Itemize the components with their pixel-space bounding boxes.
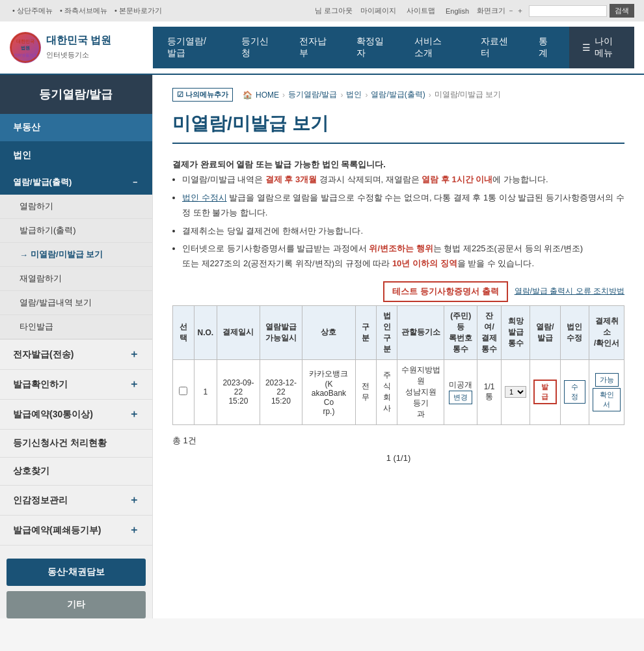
breadcrumb-home[interactable]: HOME — [256, 90, 279, 100]
search-button[interactable]: 검색 — [610, 4, 634, 18]
skip-content[interactable]: • 본문바로가기 — [114, 7, 162, 14]
sidebar-item-real-estate[interactable]: 부동산 — [0, 114, 152, 142]
sidebar-item-corporation[interactable]: 법인 — [0, 142, 152, 170]
td-no: 1 — [194, 359, 217, 424]
sidebar-section-reserve-closed-header[interactable]: 발급예약(폐쇄등기부) ＋ — [0, 516, 152, 545]
issue-button[interactable]: 발급 — [533, 380, 557, 404]
minus-collapse-icon: － — [131, 176, 139, 188]
minus-icon[interactable]: － — [507, 6, 515, 16]
sidebar-section-confirm-header[interactable]: 발급확인하기 ＋ — [0, 370, 152, 399]
td-company: 카카오뱅크 (KakaoBank Corp.) — [302, 359, 355, 424]
td-available-date: 2023-12-2215:20 — [260, 359, 302, 424]
th-select: 선택 — [173, 305, 195, 359]
sidebar-submenu-item-issue[interactable]: 발급하기(출력) — [0, 219, 152, 243]
breadcrumb-registry-view[interactable]: 등기열람/발급 — [288, 89, 337, 100]
info-main: 결제가 완료되어 열람 또는 발급 가능한 법인 목록입니다. — [172, 157, 624, 172]
breadcrumb-corporation[interactable]: 법인 — [346, 89, 362, 100]
sidebar-submenu-item-others-issue[interactable]: 타인발급 — [0, 315, 152, 339]
sidebar-submenu-item-history[interactable]: 열람/발급내역 보기 — [0, 291, 152, 315]
error-action-link[interactable]: 열람/발급 출력시 오류 조치방법 — [515, 286, 624, 297]
td-view-issue: 발급 — [530, 359, 561, 424]
th-type: 구분 — [355, 305, 376, 359]
breadcrumb: ☑ 나의메뉴추가 🏠 HOME › 등기열람/발급 › 법인 › 열람/발급(출… — [172, 88, 624, 102]
th-desired: 희망발급통수 — [502, 305, 530, 359]
sidebar-submenu-item-unviewed[interactable]: → 미열람/미발급 보기 — [0, 243, 152, 267]
nav-item-e-payment[interactable]: 전자납부 — [285, 27, 343, 68]
td-registry: 수원지방법원성남지원 등기과 — [397, 359, 444, 424]
sidebar-submenu-view-issue: 열람/발급(출력) － 열람하기 발급하기(출력) → 미열람/미발급 보기 재… — [0, 170, 152, 340]
modify-button[interactable]: 수정 — [564, 380, 586, 404]
th-modify: 법인수정 — [560, 305, 589, 359]
desired-select[interactable]: 1 — [505, 386, 526, 398]
sidebar-section-confirm: 발급확인하기 ＋ — [0, 370, 152, 400]
cancel-button[interactable]: 가능 — [595, 373, 619, 387]
skip-side-menu[interactable]: • 좌측서브메뉴 — [60, 7, 107, 14]
search-input[interactable] — [529, 5, 607, 17]
sidebar-section-seal-info-header[interactable]: 인감정보관리 ＋ — [0, 486, 152, 515]
td-modify: 수정 — [560, 359, 589, 424]
total-count: 총 1건 — [172, 435, 624, 447]
mypage-link[interactable]: 마이페이지 — [360, 6, 396, 16]
sidebar-section-confirm-label: 발급확인하기 — [13, 379, 68, 391]
sidebar-section-e-issue: 전자발급(전송) ＋ — [0, 340, 152, 370]
home-icon: 🏠 — [243, 90, 252, 100]
sidebar-submenu-item-view[interactable]: 열람하기 — [0, 195, 152, 219]
nav-item-service-info[interactable]: 서비스 소개 — [400, 27, 467, 68]
nav-item-registry-view[interactable]: 등기열람/발급 — [153, 27, 227, 68]
info-box: 결제가 완료되어 열람 또는 발급 가능한 법인 목록입니다. 미열람/미발급 … — [172, 157, 624, 271]
sidebar-btn-movable-property[interactable]: 동산·채권담보 — [7, 559, 146, 586]
plus-icon[interactable]: ＋ — [517, 6, 524, 16]
svg-text:법원: 법원 — [21, 46, 30, 51]
th-view-issue: 열람/발급 — [530, 305, 561, 359]
login-status: 님 로그아웃 — [315, 6, 353, 16]
row-checkbox[interactable] — [179, 387, 187, 395]
th-company: 상호 — [302, 305, 355, 359]
sitemap-link[interactable]: 사이트맵 — [407, 6, 435, 16]
confirm-button[interactable]: 확인서 — [593, 388, 621, 411]
nav-item-statistics[interactable]: 통 계 — [524, 27, 569, 68]
logo-sub-text: 인터넷등기소 — [46, 51, 89, 59]
my-menu-button[interactable]: ☰ 나이메뉴 — [569, 27, 634, 68]
sidebar-section-find-name-header[interactable]: 상호찾기 — [0, 458, 152, 485]
my-menu-add-button[interactable]: ☑ 나의메뉴추가 — [172, 88, 233, 102]
sidebar-submenu-header[interactable]: 열람/발급(출력) － — [0, 170, 152, 195]
sidebar-section-seal-info-label: 인감정보관리 — [13, 495, 68, 506]
nav-item-data-center[interactable]: 자료센터 — [466, 27, 524, 68]
content-area: ☑ 나의메뉴추가 🏠 HOME › 등기열람/발급 › 법인 › 열람/발급(출… — [153, 75, 644, 618]
sidebar-title: 등기열람/발급 — [0, 75, 152, 114]
td-desired: 1 — [502, 359, 530, 424]
top-bar-left: • 상단주메뉴 • 좌측서브메뉴 • 본문바로가기 — [10, 6, 165, 16]
sidebar-section-case-status-header[interactable]: 등기신청사건 처리현황 — [0, 430, 152, 457]
breadcrumb-view-issue[interactable]: 열람/발급(출력) — [371, 89, 425, 100]
table-row: 1 2023-09-2215:20 2023-12-2215:20 카카오뱅크 … — [173, 359, 624, 424]
sidebar-section-reserve-closed-label: 발급예약(폐쇄등기부) — [13, 525, 101, 536]
th-cancel: 결제취소/확인서 — [589, 305, 624, 359]
sidebar-section-reserve-closed: 발급예약(폐쇄등기부) ＋ — [0, 516, 152, 546]
expand-icon-2: ＋ — [129, 378, 139, 391]
sidebar-section-case-status: 등기신청사건 처리현황 — [0, 430, 152, 458]
info-item-1: 미열람/미발급 내역은 결제 후 3개월 경과시 삭제되며, 재열람은 열람 후… — [182, 172, 624, 187]
info-list: 미열람/미발급 내역은 결제 후 3개월 경과시 삭제되며, 재열람은 열람 후… — [172, 172, 624, 271]
info-item-2: 법인 수정시 발급을 열람으로 열람을 발급으로 수정할 수는 없으며, 다통 … — [182, 190, 624, 221]
test-print-button[interactable]: 테스트 등기사항증명서 출력 — [383, 281, 507, 302]
screen-size-control[interactable]: 화면크기 － ＋ — [477, 6, 524, 16]
th-reg-no: (주민)등록번호통수 — [444, 305, 477, 359]
sidebar-section-reserve-30-header[interactable]: 발급예약(30통이상) ＋ — [0, 400, 152, 429]
main-nav: 등기열람/발급 등기신청 전자납부 확정일자 서비스 소개 자료센터 통 계 ☰… — [153, 27, 634, 68]
top-bar: • 상단주메뉴 • 좌측서브메뉴 • 본문바로가기 님 로그아웃 마이페이지 사… — [0, 0, 644, 21]
nav-item-registry-apply[interactable]: 등기신청 — [227, 27, 285, 68]
english-link[interactable]: English — [446, 7, 469, 15]
page-title: 미열람/미발급 보기 — [172, 111, 624, 144]
sidebar-btn-others[interactable]: 기타 — [7, 591, 146, 618]
sidebar-submenu-item-review[interactable]: 재열람하기 — [0, 267, 152, 291]
expand-icon-3: ＋ — [129, 408, 139, 421]
sidebar-section-find-name: 상호찾기 — [0, 458, 152, 486]
sidebar-section-e-issue-header[interactable]: 전자발급(전송) ＋ — [0, 340, 152, 369]
change-button[interactable]: 변경 — [449, 391, 472, 404]
td-payment-date: 2023-09-2215:20 — [217, 359, 260, 424]
sidebar-section-reserve-30-label: 발급예약(30통이상) — [13, 409, 93, 421]
skip-main-menu[interactable]: • 상단주메뉴 — [12, 7, 53, 14]
td-type: 전무 — [355, 359, 376, 424]
nav-item-fixed-date[interactable]: 확정일자 — [342, 27, 400, 68]
breadcrumb-current: 미열람/미발급 보기 — [435, 89, 502, 100]
